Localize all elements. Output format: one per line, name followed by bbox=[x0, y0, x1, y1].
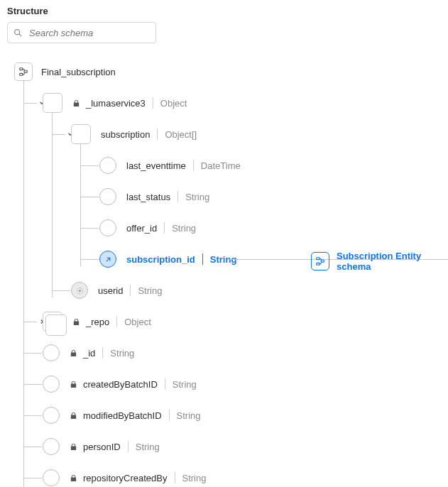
object-box-icon bbox=[71, 124, 91, 144]
field-icon bbox=[43, 438, 60, 455]
panel-title: Structure bbox=[7, 6, 441, 16]
tree-node-last-eventtime[interactable]: last_eventtime DateTime bbox=[14, 150, 441, 181]
tree-node-repo[interactable]: _repo Object bbox=[14, 306, 441, 337]
lock-icon bbox=[72, 318, 80, 326]
svg-rect-8 bbox=[317, 263, 319, 265]
svg-rect-7 bbox=[317, 258, 319, 260]
divider bbox=[128, 441, 129, 452]
field-icon bbox=[43, 469, 60, 486]
tree-root[interactable]: Final_subscription bbox=[14, 56, 441, 87]
schema-icon bbox=[14, 62, 33, 81]
reference-field-icon bbox=[99, 251, 116, 268]
lock-icon bbox=[70, 381, 77, 388]
field-label: offer_id bbox=[126, 223, 157, 234]
field-type: Object bbox=[160, 98, 187, 109]
field-label: _repo bbox=[86, 317, 109, 327]
entity-reference[interactable]: Subscription Entity schema bbox=[311, 251, 441, 272]
field-icon bbox=[99, 219, 116, 236]
divider bbox=[116, 316, 117, 327]
svg-point-5 bbox=[79, 290, 81, 292]
entity-reference-label: Subscription Entity schema bbox=[337, 251, 441, 272]
tree-node-id[interactable]: _id String bbox=[14, 337, 441, 368]
divider bbox=[164, 222, 165, 234]
field-type: Object[] bbox=[165, 129, 197, 140]
lock-icon bbox=[70, 349, 77, 357]
divider bbox=[157, 128, 158, 140]
tree-node-offer-id[interactable]: offer_id String bbox=[14, 212, 441, 244]
divider bbox=[177, 191, 178, 202]
field-icon bbox=[43, 344, 60, 361]
tree-node-modified-by-batch-id[interactable]: modifiedByBatchID String bbox=[14, 400, 441, 431]
field-label: modifiedByBatchID bbox=[83, 410, 162, 421]
field-type: String bbox=[177, 410, 201, 421]
svg-rect-9 bbox=[321, 260, 324, 262]
svg-rect-2 bbox=[20, 68, 23, 70]
field-label: userid bbox=[98, 285, 123, 296]
tree-node-lumaservice3[interactable]: _lumaservice3 Object bbox=[14, 87, 441, 119]
svg-rect-3 bbox=[20, 73, 23, 75]
divider bbox=[153, 97, 153, 109]
field-icon bbox=[99, 188, 116, 205]
field-type: String bbox=[185, 192, 209, 202]
lock-icon bbox=[70, 474, 77, 482]
divider bbox=[130, 285, 131, 296]
search-icon bbox=[13, 28, 23, 38]
divider bbox=[202, 253, 203, 265]
field-label: subscription bbox=[101, 129, 150, 140]
object-stack-icon bbox=[43, 312, 62, 332]
divider bbox=[102, 347, 103, 359]
field-label: last_status bbox=[126, 192, 170, 202]
lock-icon bbox=[70, 412, 77, 420]
field-label: createdByBatchID bbox=[83, 379, 158, 390]
field-icon bbox=[43, 376, 60, 393]
tree-node-subscription[interactable]: subscription Object[] bbox=[14, 119, 441, 150]
field-type: String bbox=[110, 348, 134, 359]
field-label: repositoryCreatedBy bbox=[83, 473, 168, 483]
field-label: last_eventtime bbox=[126, 160, 186, 171]
field-label: _id bbox=[83, 348, 95, 359]
field-label: personID bbox=[83, 442, 121, 452]
svg-point-0 bbox=[15, 30, 20, 35]
field-type: String bbox=[138, 285, 162, 296]
identity-field-icon bbox=[71, 282, 88, 299]
lock-icon bbox=[72, 99, 80, 107]
field-type: Object bbox=[124, 317, 151, 327]
tree-node-person-id[interactable]: personID String bbox=[14, 431, 441, 462]
svg-line-1 bbox=[19, 34, 21, 36]
root-label: Final_subscription bbox=[41, 67, 116, 77]
tree-node-last-status[interactable]: last_status String bbox=[14, 181, 441, 212]
field-type: String bbox=[136, 442, 160, 452]
field-icon bbox=[43, 407, 60, 424]
divider bbox=[169, 410, 170, 421]
search-input[interactable] bbox=[7, 22, 156, 43]
field-label: _lumaservice3 bbox=[86, 98, 146, 109]
divider bbox=[165, 378, 165, 390]
svg-rect-4 bbox=[24, 70, 27, 72]
object-box-icon bbox=[43, 93, 62, 113]
field-type: String bbox=[173, 379, 197, 390]
tree-node-repository-created-by[interactable]: repositoryCreatedBy String bbox=[14, 462, 441, 487]
divider bbox=[193, 160, 194, 171]
field-type: String bbox=[182, 473, 207, 483]
schema-icon bbox=[311, 252, 329, 270]
field-type: String bbox=[172, 223, 196, 234]
tree-node-created-by-batch-id[interactable]: createdByBatchID String bbox=[14, 368, 441, 400]
field-label: subscription_id bbox=[126, 254, 195, 265]
field-icon bbox=[99, 157, 116, 174]
field-type: DateTime bbox=[201, 160, 241, 171]
lock-icon bbox=[70, 443, 77, 451]
tree-node-userid[interactable]: userid String bbox=[14, 275, 441, 306]
divider bbox=[175, 472, 175, 483]
